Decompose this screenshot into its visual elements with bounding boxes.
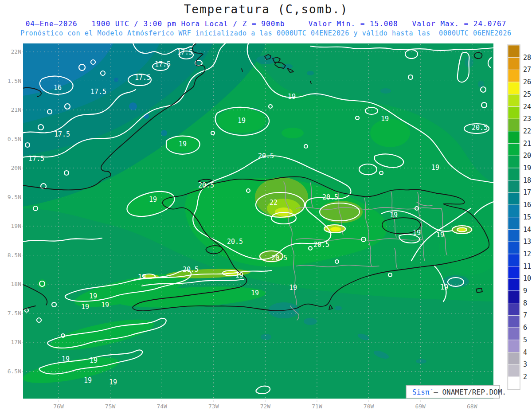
colorbar-segment: [508, 70, 520, 82]
lat-tick-label: 7.5N: [8, 310, 21, 317]
contour-label: 19: [81, 303, 89, 311]
contour-label: 19: [289, 284, 297, 292]
colorbar-tick-label: 6: [523, 324, 527, 332]
lon-tick-label: 68W: [467, 403, 477, 410]
colorbar-tick-label: 13: [523, 238, 531, 246]
colorbar-tick-label: 18: [523, 176, 531, 184]
contour-label: 20.5: [271, 254, 287, 262]
contour-label: 19: [431, 164, 439, 172]
contour-label: 17.5: [135, 74, 151, 82]
colorbar-tick-label: 11: [523, 262, 531, 270]
lon-tick-label: 73W: [208, 403, 219, 410]
lat-tick-label: 18N: [11, 281, 21, 287]
colorbar-segment: [508, 119, 520, 131]
colorbar-tick-label: 5: [523, 336, 527, 344]
colorbar-segment: [508, 156, 520, 168]
contour-label: 19: [251, 289, 259, 297]
contour-label: 19: [288, 93, 296, 101]
contour-label: 16: [54, 84, 62, 92]
org-label: ONAMET/REP.DOM.: [442, 388, 506, 396]
contour-label: 20.5: [198, 181, 214, 189]
contour-label: 19: [138, 273, 146, 281]
lon-tick-label: 72W: [260, 403, 271, 410]
lat-tick-label: 9.5N: [8, 194, 21, 200]
lat-tick-label: 17N: [11, 339, 21, 345]
colorbar-segment: [508, 230, 520, 242]
lon-tick-label: 74W: [156, 403, 167, 410]
colorbar-tick-label: 12: [523, 250, 531, 258]
contour-label: 19: [84, 376, 92, 384]
lat-tick-label: 22N: [11, 48, 21, 55]
contour-label: 17.5: [54, 130, 70, 138]
colorbar-tick-label: 3: [523, 360, 527, 368]
lat-tick-label: 19N: [11, 223, 21, 229]
colorbar-tick-label: 10: [523, 274, 531, 282]
colorbar-segment: [508, 377, 520, 389]
contour-label: 19: [62, 355, 70, 363]
colorbar-segment: [508, 340, 520, 352]
branding-box: Sisπ́ – ONAMET/REP.DOM.: [406, 385, 506, 398]
colorbar-tick-label: 4: [523, 348, 527, 356]
colorbar-segment: [508, 107, 520, 119]
colorbar-segment: [508, 352, 520, 365]
colorbar-segment: [508, 144, 520, 156]
colorbar-segment: [508, 254, 520, 266]
contour-label: 19: [381, 115, 389, 123]
colorbar-segment: [508, 180, 520, 193]
colorbar-tick-label: 25: [523, 90, 531, 98]
contour-label: 17.5: [90, 88, 106, 96]
colorbar-segment: [508, 303, 520, 316]
colorbar-tick-label: 22: [523, 127, 531, 135]
temperature-shading: [21, 43, 501, 399]
contour-label: 20.5: [227, 238, 243, 246]
contour-label: 19: [440, 283, 448, 291]
contour-label: 19: [90, 356, 98, 364]
contour-label: 20.5: [313, 241, 329, 249]
contour-label: 20.5: [472, 124, 488, 132]
colorbar-segment: [508, 205, 520, 217]
lat-tick-label: 21N: [11, 106, 21, 113]
colorbar-tick-label: 23: [523, 115, 531, 123]
colorbar-segment: [508, 242, 520, 254]
colorbar-segment: [508, 82, 520, 94]
colorbar-tick-label: 14: [523, 226, 531, 234]
contour-label: 19: [235, 271, 243, 279]
contour-label: 19: [89, 292, 97, 300]
contour-label: 17.5: [155, 60, 171, 68]
colorbar-tick-label: 17: [523, 188, 531, 196]
colorbar-tick-label: 8: [523, 299, 527, 307]
colorbar-segment: [508, 94, 520, 107]
colorbar-tick-label: 20: [523, 152, 531, 160]
colorbar-tick-label: 21: [523, 140, 531, 148]
lon-tick-label: 71W: [312, 403, 322, 410]
colorbar-segment: [508, 266, 520, 279]
lat-tick-label: 0.5N: [8, 136, 21, 142]
contour-label: 19: [390, 211, 398, 219]
colorbar-tick-label: 19: [523, 164, 531, 172]
contour-label: 20.5: [322, 193, 338, 201]
colorbar-segment: [508, 217, 520, 230]
colorbar-segment: [508, 291, 520, 303]
lat-tick-label: 1.5N: [8, 78, 21, 84]
colorbar-tick-label: 27: [523, 66, 531, 74]
colorbar-segment: [508, 58, 520, 70]
contour-label: 22: [270, 199, 278, 207]
lat-tick-label: 20N: [11, 164, 21, 171]
colorbar-segment: [508, 328, 520, 340]
colorbar-segment: [508, 168, 520, 180]
contour-label: 20.5: [258, 152, 274, 160]
lon-tick-label: 69W: [415, 403, 426, 410]
colorbar-tick-label: 28: [523, 54, 531, 62]
contour-label: 19: [109, 378, 117, 386]
weather-map-page: Temperatura (C,somb.) 04–Ene–2026 1900 U…: [0, 0, 532, 411]
colorbar-segment: [508, 131, 520, 144]
colorbar-tick-label: 24: [523, 103, 531, 111]
colorbar-tick-label: 7: [523, 311, 527, 319]
contour-label: 19: [179, 140, 187, 148]
colorbar-segment: [508, 45, 520, 58]
colorbar-tick-label: 2: [523, 373, 527, 381]
temperature-colorbar: 2827262524232221201918171615141312111098…: [508, 45, 531, 390]
lon-tick-label: 76W: [53, 403, 64, 410]
contour-label: 20.5: [183, 266, 199, 274]
colorbar-segment: [508, 364, 520, 377]
